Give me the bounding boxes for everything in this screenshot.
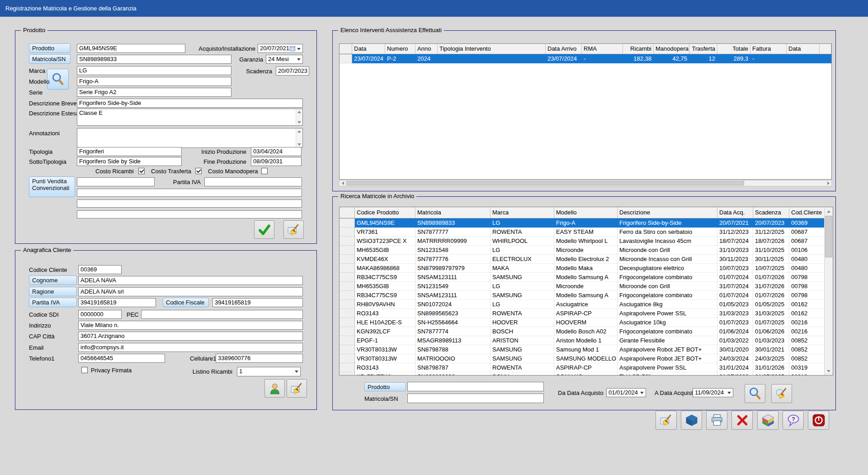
table-cell[interactable]: VR30T80313W	[355, 354, 415, 363]
sottotipologia-input[interactable]: Frigorifero Side by Side	[77, 157, 182, 166]
table-cell[interactable]: SONY KG	[554, 372, 618, 375]
table-cell[interactable]: 31/01/2026	[753, 363, 789, 372]
ricerca-prodotto-input[interactable]	[407, 382, 544, 391]
table-row[interactable]: EPGF-1MSAGR8989113ARISTONAriston Modello…	[340, 336, 833, 345]
table-row[interactable]: RO3143SN8798787ROWENTAASPIRAP-CPAspirapo…	[340, 363, 833, 372]
table-cell[interactable]: 18/07/2024	[717, 237, 753, 246]
table-cell[interactable]: BOSCH	[491, 327, 554, 336]
table-row[interactable]: RB34C775CS9SNSAM123111SAMSUNGModello Sam…	[340, 273, 833, 282]
textarea-scrollbar[interactable]	[296, 129, 302, 147]
clean-product-button[interactable]	[283, 220, 304, 239]
table-cell[interactable]: SAMSUNG	[491, 291, 554, 300]
table-cell[interactable]: 01/07/2024	[717, 291, 753, 300]
table-cell[interactable]	[787, 54, 820, 63]
table-cell[interactable]: 20/07/2021	[717, 218, 753, 228]
table-cell[interactable]: MAKA	[491, 264, 554, 273]
table-cell[interactable]: 01/06/2024	[717, 327, 753, 336]
row-selector-cell[interactable]	[340, 327, 355, 336]
annotazioni-textarea[interactable]	[77, 128, 303, 148]
table-row[interactable]: KD-55X75WLSN898989836SONYSONY KGTV LCD 5…	[340, 372, 833, 375]
scroll-right-icon[interactable]	[825, 180, 831, 186]
codice-fiscale-button[interactable]: Codice Fiscale	[163, 298, 209, 307]
table-cell[interactable]: HOOVER	[491, 318, 554, 327]
table-cell[interactable]: HLE H10A2DE-S	[355, 318, 415, 327]
table-cell[interactable]: SN8798788	[415, 345, 491, 354]
table-cell[interactable]: P-2	[385, 54, 415, 63]
table-cell[interactable]: 182,38	[623, 54, 654, 63]
table-cell[interactable]: Frigorifero Side-by-Side	[618, 218, 717, 228]
row-selector-cell[interactable]	[340, 237, 355, 246]
row-selector-cell[interactable]	[340, 309, 355, 318]
column-header[interactable]: Matricola	[415, 207, 491, 218]
date-picker-icon[interactable]	[290, 46, 295, 53]
a-data-acquisto-combo[interactable]: 11/09/2024	[693, 388, 733, 397]
column-header[interactable]: Descrizione	[618, 207, 717, 218]
table-cell[interactable]: 01/07/2026	[753, 273, 789, 282]
table-row[interactable]: MAKA86986868SN879989797979MAKAModello Ma…	[340, 264, 833, 273]
table-cell[interactable]: 00798	[789, 273, 825, 282]
ricerca-matricola-input[interactable]	[407, 394, 544, 403]
table-cell[interactable]: 01/07/2025	[753, 318, 789, 327]
clean-search-button[interactable]	[771, 384, 792, 403]
costo-trasferta-checkbox[interactable]	[195, 168, 202, 174]
column-header[interactable]: RMA	[582, 44, 623, 54]
cognome-nome-button[interactable]: Cognome Nome	[29, 276, 77, 285]
row-selector-cell[interactable]	[340, 354, 355, 363]
table-cell[interactable]: 00480	[789, 255, 825, 264]
table-cell[interactable]: LG	[491, 218, 554, 228]
table-cell[interactable]: EPGF-1	[355, 336, 415, 345]
table-cell[interactable]: Frigocongelatore combinato	[618, 327, 717, 336]
row-selector-cell[interactable]	[340, 218, 355, 228]
table-cell[interactable]: Samsung Mod 1	[554, 345, 618, 354]
table-row[interactable]: VR30T80313WMATRIOOOIOSAMSUNGSAMSUNG MODE…	[340, 354, 833, 363]
table-cell[interactable]: Aspirapolvere Power SSL	[618, 309, 717, 318]
table-cell[interactable]: SN898989836	[415, 372, 491, 375]
table-cell[interactable]: HOOVERM	[554, 318, 618, 327]
table-cell[interactable]: Microonde Incasso con Grill	[618, 255, 717, 264]
modello-input[interactable]: Frigo-A	[77, 77, 231, 86]
column-header[interactable]: Ricambi	[623, 44, 654, 54]
table-cell[interactable]: ROWENTA	[491, 309, 554, 318]
table-cell[interactable]: 12	[689, 54, 717, 63]
table-row[interactable]: RB34C775CS9SNSAM123111SAMSUNGModello Sam…	[340, 291, 833, 300]
table-cell[interactable]: SNSAM123111	[415, 291, 491, 300]
stock-button[interactable]	[681, 411, 702, 430]
codice-fiscale-input[interactable]: 39419165819	[212, 298, 303, 307]
chevron-down-icon[interactable]	[297, 48, 301, 50]
table-cell[interactable]: 00106	[789, 246, 825, 255]
serie-input[interactable]: Serie Frigo A2	[77, 88, 231, 97]
table-cell[interactable]: 00852	[789, 336, 825, 345]
table-cell[interactable]: 30/11/2025	[753, 255, 789, 264]
table-cell[interactable]: SAMSUNG	[491, 273, 554, 282]
table-cell[interactable]: ROWENTA	[491, 228, 554, 237]
delete-button[interactable]	[731, 411, 753, 430]
table-cell[interactable]: Asciugatrice	[554, 300, 618, 309]
punti-vendita-input-2[interactable]	[77, 189, 302, 197]
table-cell[interactable]: SN7877774	[415, 327, 491, 336]
partita-iva-button[interactable]: Partita IVA	[29, 298, 77, 307]
punti-vendita-button[interactable]: Punti Vendita Convenzionati	[29, 176, 75, 197]
table-row[interactable]: RO3143SN8989565623ROWENTAASPIRAP-CPAspir…	[340, 309, 833, 318]
row-selector-cell[interactable]	[340, 336, 355, 345]
inizio-produzione-input[interactable]: 03/04/2024	[251, 147, 302, 156]
column-header[interactable]: Codice Prodotto	[355, 207, 415, 218]
table-cell[interactable]: MAKA86986868	[355, 264, 415, 273]
fine-produzione-input[interactable]: 08/09/2031	[251, 157, 302, 166]
table-cell[interactable]: Frigocongelatore combinato	[618, 273, 717, 282]
table-cell[interactable]: 01/06/2026	[753, 327, 789, 336]
textarea-scrollbar[interactable]	[296, 109, 302, 125]
column-header[interactable]: Manodopera	[654, 44, 689, 54]
row-selector-cell[interactable]	[340, 363, 355, 372]
table-cell[interactable]: SN898989833	[415, 218, 491, 228]
table-cell[interactable]: KVMDE46X	[355, 255, 415, 264]
table-cell[interactable]: 01/03/2023	[753, 336, 789, 345]
table-cell[interactable]: SN8798787	[415, 363, 491, 372]
table-cell[interactable]: ARISTON	[491, 336, 554, 345]
da-data-acquisto-combo[interactable]: 01/01/2024	[606, 388, 646, 397]
table-cell[interactable]: TV LCD 56"	[618, 372, 717, 375]
column-header[interactable]: Data Acq.	[717, 207, 753, 218]
column-header[interactable]: Totale	[717, 44, 750, 54]
scadenza-input[interactable]: 20/07/2023	[276, 66, 309, 76]
table-cell[interactable]: Microonde	[554, 246, 618, 255]
help-button[interactable]: ?	[783, 411, 804, 430]
